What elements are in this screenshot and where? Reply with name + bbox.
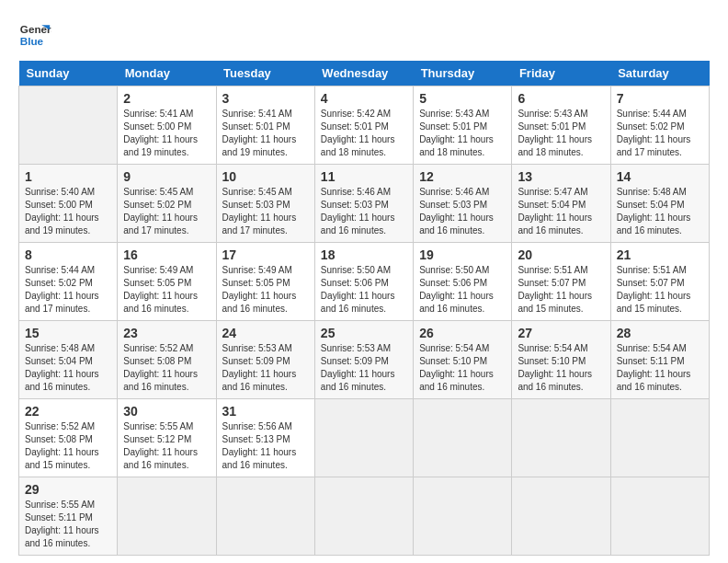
calendar-cell: 1 Sunrise: 5:40 AM Sunset: 5:00 PM Dayli… — [19, 165, 118, 243]
sunrise: Sunrise: 5:49 AM — [222, 265, 292, 275]
day-of-week-header: Wednesday — [314, 61, 413, 86]
sunset: Sunset: 5:09 PM — [222, 356, 290, 366]
sunset: Sunset: 5:01 PM — [321, 121, 389, 132]
calendar-body: 2 Sunrise: 5:41 AM Sunset: 5:00 PM Dayli… — [19, 86, 710, 556]
daylight: Daylight: 11 hours and 16 minutes. — [419, 213, 494, 236]
calendar-cell — [512, 477, 610, 556]
sunset: Sunset: 5:10 PM — [518, 356, 586, 366]
sunrise: Sunrise: 5:53 AM — [222, 343, 292, 353]
day-number: 14 — [617, 169, 703, 184]
day-number: 10 — [222, 169, 309, 184]
cell-content: Sunrise: 5:56 AM Sunset: 5:13 PM Dayligh… — [222, 420, 309, 472]
cell-content: Sunrise: 5:44 AM Sunset: 5:02 PM Dayligh… — [25, 264, 111, 316]
cell-content: Sunrise: 5:45 AM Sunset: 5:02 PM Dayligh… — [123, 186, 210, 237]
cell-content: Sunrise: 5:41 AM Sunset: 5:00 PM Dayligh… — [123, 108, 210, 159]
cell-content: Sunrise: 5:48 AM Sunset: 5:04 PM Dayligh… — [617, 186, 703, 237]
sunset: Sunset: 5:02 PM — [617, 121, 685, 132]
daylight: Daylight: 11 hours and 19 minutes. — [123, 134, 198, 157]
daylight: Daylight: 11 hours and 16 minutes. — [25, 369, 99, 392]
cell-content: Sunrise: 5:52 AM Sunset: 5:08 PM Dayligh… — [123, 342, 210, 394]
sunset: Sunset: 5:12 PM — [123, 434, 191, 444]
calendar-row: 8 Sunrise: 5:44 AM Sunset: 5:02 PM Dayli… — [19, 243, 710, 321]
calendar-row: 29 Sunrise: 5:55 AM Sunset: 5:11 PM Dayl… — [19, 477, 710, 556]
day-number: 12 — [419, 169, 506, 184]
sunset: Sunset: 5:04 PM — [25, 356, 93, 366]
calendar-cell: 21 Sunrise: 5:51 AM Sunset: 5:07 PM Dayl… — [610, 243, 709, 321]
cell-content: Sunrise: 5:40 AM Sunset: 5:00 PM Dayligh… — [25, 186, 111, 237]
day-of-week-header: Thursday — [414, 61, 512, 86]
day-number: 6 — [518, 91, 604, 106]
calendar-row: 15 Sunrise: 5:48 AM Sunset: 5:04 PM Dayl… — [19, 321, 710, 399]
calendar-cell: 20 Sunrise: 5:51 AM Sunset: 5:07 PM Dayl… — [512, 243, 610, 321]
day-of-week-header: Tuesday — [216, 61, 314, 86]
sunset: Sunset: 5:08 PM — [25, 434, 93, 444]
calendar-cell: 5 Sunrise: 5:43 AM Sunset: 5:01 PM Dayli… — [414, 86, 512, 165]
calendar-cell: 16 Sunrise: 5:49 AM Sunset: 5:05 PM Dayl… — [118, 243, 216, 321]
cell-content: Sunrise: 5:51 AM Sunset: 5:07 PM Dayligh… — [617, 264, 703, 316]
sunrise: Sunrise: 5:49 AM — [123, 265, 193, 275]
calendar-cell — [610, 477, 709, 556]
day-number: 8 — [25, 247, 111, 262]
calendar-cell — [118, 477, 216, 556]
sunset: Sunset: 5:13 PM — [222, 434, 290, 444]
sunrise: Sunrise: 5:50 AM — [419, 265, 489, 275]
calendar-cell: 28 Sunrise: 5:54 AM Sunset: 5:11 PM Dayl… — [610, 321, 709, 399]
sunrise: Sunrise: 5:56 AM — [222, 421, 292, 431]
daylight: Daylight: 11 hours and 16 minutes. — [518, 213, 592, 236]
calendar-cell: 18 Sunrise: 5:50 AM Sunset: 5:06 PM Dayl… — [314, 243, 413, 321]
day-number: 11 — [321, 169, 407, 184]
svg-text:General: General — [20, 23, 51, 35]
calendar-cell: 31 Sunrise: 5:56 AM Sunset: 5:13 PM Dayl… — [216, 399, 314, 477]
sunrise: Sunrise: 5:47 AM — [518, 187, 587, 197]
day-number: 24 — [222, 326, 309, 340]
calendar-cell: 24 Sunrise: 5:53 AM Sunset: 5:09 PM Dayl… — [216, 321, 314, 399]
cell-content: Sunrise: 5:43 AM Sunset: 5:01 PM Dayligh… — [419, 108, 506, 159]
sunrise: Sunrise: 5:44 AM — [617, 109, 687, 119]
day-number: 17 — [222, 247, 309, 262]
sunset: Sunset: 5:05 PM — [222, 278, 290, 288]
daylight: Daylight: 11 hours and 16 minutes. — [123, 369, 198, 392]
day-of-week-header: Sunday — [19, 61, 118, 86]
daylight: Daylight: 11 hours and 16 minutes. — [617, 369, 691, 392]
daylight: Daylight: 11 hours and 15 minutes. — [518, 291, 592, 314]
sunrise: Sunrise: 5:46 AM — [419, 187, 489, 197]
cell-content: Sunrise: 5:48 AM Sunset: 5:04 PM Dayligh… — [25, 342, 111, 394]
cell-content: Sunrise: 5:55 AM Sunset: 5:12 PM Dayligh… — [123, 420, 210, 472]
day-number: 4 — [321, 91, 407, 106]
sunset: Sunset: 5:03 PM — [222, 200, 290, 210]
day-number: 23 — [123, 326, 210, 340]
cell-content: Sunrise: 5:44 AM Sunset: 5:02 PM Dayligh… — [617, 108, 703, 159]
sunrise: Sunrise: 5:52 AM — [25, 421, 95, 431]
daylight: Daylight: 11 hours and 16 minutes. — [419, 291, 494, 314]
cell-content: Sunrise: 5:42 AM Sunset: 5:01 PM Dayligh… — [321, 108, 407, 159]
calendar-cell — [314, 399, 413, 477]
sunset: Sunset: 5:01 PM — [419, 121, 487, 132]
sunset: Sunset: 5:00 PM — [123, 121, 191, 132]
sunset: Sunset: 5:07 PM — [617, 278, 685, 288]
sunset: Sunset: 5:05 PM — [123, 278, 191, 288]
day-of-week-header: Saturday — [610, 61, 709, 86]
daylight: Daylight: 11 hours and 16 minutes. — [518, 369, 592, 392]
cell-content: Sunrise: 5:45 AM Sunset: 5:03 PM Dayligh… — [222, 186, 309, 237]
calendar-cell — [414, 477, 512, 556]
day-number: 16 — [123, 247, 210, 262]
calendar-header-row: SundayMondayTuesdayWednesdayThursdayFrid… — [19, 61, 710, 86]
calendar-cell: 7 Sunrise: 5:44 AM Sunset: 5:02 PM Dayli… — [610, 86, 709, 165]
sunrise: Sunrise: 5:54 AM — [419, 343, 489, 353]
calendar-cell — [414, 399, 512, 477]
sunset: Sunset: 5:07 PM — [518, 278, 586, 288]
day-number: 22 — [25, 404, 111, 419]
day-number: 26 — [419, 326, 506, 340]
day-number: 21 — [617, 247, 703, 262]
calendar-cell: 30 Sunrise: 5:55 AM Sunset: 5:12 PM Dayl… — [118, 399, 216, 477]
cell-content: Sunrise: 5:46 AM Sunset: 5:03 PM Dayligh… — [321, 186, 407, 237]
daylight: Daylight: 11 hours and 16 minutes. — [222, 291, 297, 314]
daylight: Daylight: 11 hours and 15 minutes. — [25, 447, 99, 470]
daylight: Daylight: 11 hours and 16 minutes. — [419, 369, 494, 392]
logo: General Blue — [18, 18, 51, 52]
calendar-cell: 15 Sunrise: 5:48 AM Sunset: 5:04 PM Dayl… — [19, 321, 118, 399]
day-number: 3 — [222, 91, 309, 106]
daylight: Daylight: 11 hours and 16 minutes. — [321, 369, 395, 392]
day-number: 15 — [25, 326, 111, 340]
daylight: Daylight: 11 hours and 16 minutes. — [321, 291, 395, 314]
